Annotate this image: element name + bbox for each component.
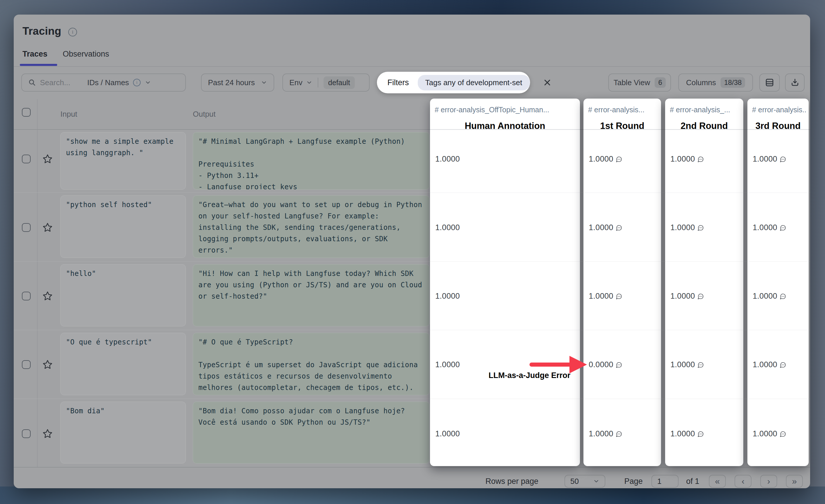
star-icon[interactable] bbox=[42, 428, 53, 439]
comment-icon[interactable] bbox=[780, 362, 786, 368]
score-value: 1.0000 bbox=[435, 360, 460, 369]
search-box[interactable]: Search... IDs / Names i bbox=[21, 74, 186, 92]
chevrons-right-icon: » bbox=[792, 476, 797, 486]
row-divider bbox=[665, 261, 743, 262]
comment-icon[interactable] bbox=[697, 225, 704, 231]
env-label: Env bbox=[289, 78, 303, 87]
env-select[interactable]: Env default bbox=[282, 74, 370, 92]
star-icon[interactable] bbox=[42, 154, 53, 164]
info-icon[interactable]: i bbox=[133, 79, 141, 86]
page-number-input[interactable]: 1 bbox=[652, 475, 679, 488]
output-cell[interactable]: "# O que é TypeScript? TypeScript é um s… bbox=[193, 333, 430, 395]
output-cell[interactable]: "# Minimal LangGraph + Langfuse example … bbox=[193, 132, 430, 189]
columns-button[interactable]: Columns 18/38 bbox=[678, 74, 753, 92]
row-divider bbox=[430, 399, 580, 399]
star-icon[interactable] bbox=[42, 291, 53, 301]
score-column-header[interactable]: # error-analysis... bbox=[588, 105, 659, 114]
select-all-checkbox[interactable] bbox=[22, 108, 30, 117]
comment-icon[interactable] bbox=[697, 362, 704, 368]
chevron-left-icon: ‹ bbox=[742, 476, 745, 486]
row-divider bbox=[747, 192, 809, 193]
comment-icon[interactable] bbox=[616, 362, 622, 368]
comment-icon[interactable] bbox=[616, 156, 622, 162]
page-total-label: of 1 bbox=[686, 475, 699, 488]
time-range-select[interactable]: Past 24 hours bbox=[201, 74, 274, 92]
comment-icon[interactable] bbox=[780, 431, 786, 437]
chevron-down-icon bbox=[306, 79, 312, 86]
annotation-label: Human Annotation bbox=[430, 121, 580, 131]
score-column-2nd-round: # error-analysis_... 2nd Round 1.0000 1.… bbox=[665, 99, 743, 466]
row-checkbox[interactable] bbox=[22, 429, 30, 438]
row-divider bbox=[430, 330, 580, 330]
row-checkbox[interactable] bbox=[22, 223, 30, 232]
score-value: 1.0000 bbox=[435, 429, 460, 438]
tab-traces[interactable]: Traces bbox=[22, 50, 48, 59]
export-button[interactable] bbox=[785, 74, 805, 92]
row-height-button[interactable] bbox=[759, 74, 780, 92]
score-value: 1.0000 bbox=[753, 292, 786, 301]
info-icon[interactable]: i bbox=[68, 28, 77, 36]
chevron-right-icon: › bbox=[767, 476, 770, 486]
output-cell[interactable]: "Bom dia! Como posso ajudar com o Langfu… bbox=[193, 402, 430, 464]
filter-chip[interactable]: Tags any of development-set bbox=[418, 75, 530, 90]
input-cell[interactable]: "Bom dia" bbox=[60, 402, 186, 464]
tab-observations[interactable]: Observations bbox=[63, 50, 109, 59]
comment-icon[interactable] bbox=[697, 156, 704, 162]
row-divider bbox=[584, 399, 661, 399]
columns-count-badge: 18/38 bbox=[721, 77, 745, 88]
score-column-header[interactable]: # error-analysis_OffTopic_Human... bbox=[435, 105, 578, 114]
page-label: Page bbox=[624, 475, 643, 488]
score-value: 1.0000 bbox=[670, 155, 704, 164]
column-header-input[interactable]: Input bbox=[60, 110, 77, 119]
score-value: 1.0000 bbox=[670, 429, 704, 438]
table-view-button[interactable]: Table View 6 bbox=[608, 74, 671, 92]
score-value: 1.0000 bbox=[589, 292, 622, 301]
row-divider bbox=[665, 192, 743, 193]
output-cell[interactable]: "Great—what do you want to set up or deb… bbox=[193, 195, 430, 258]
score-value: 1.0000 bbox=[589, 223, 622, 232]
page-number-value: 1 bbox=[657, 477, 661, 486]
comment-icon[interactable] bbox=[780, 156, 786, 162]
comment-icon[interactable] bbox=[697, 431, 704, 437]
comment-icon[interactable] bbox=[616, 431, 622, 437]
clear-filters-button[interactable] bbox=[539, 74, 555, 92]
search-mode-select[interactable]: IDs / Names bbox=[87, 78, 129, 87]
row-divider bbox=[584, 330, 661, 330]
comment-icon[interactable] bbox=[616, 293, 622, 300]
score-value: 1.0000 bbox=[753, 155, 786, 164]
row-checkbox[interactable] bbox=[22, 292, 30, 301]
comment-icon[interactable] bbox=[780, 293, 786, 300]
page-title: Tracing bbox=[22, 25, 61, 37]
star-icon[interactable] bbox=[42, 359, 53, 370]
row-divider bbox=[747, 399, 809, 399]
input-cell[interactable]: "python self hosted" bbox=[60, 195, 186, 258]
row-checkbox[interactable] bbox=[22, 360, 30, 369]
search-input[interactable]: Search... bbox=[40, 78, 70, 87]
input-cell[interactable]: "show me a simple example using langgrap… bbox=[60, 132, 186, 189]
row-divider bbox=[430, 192, 580, 193]
score-column-header[interactable]: # error-analysis_... bbox=[670, 105, 741, 114]
row-divider bbox=[665, 330, 743, 330]
filters-button[interactable]: Filters Tags any of development-set bbox=[377, 72, 530, 93]
previous-page-button[interactable]: ‹ bbox=[735, 475, 751, 488]
download-icon bbox=[790, 78, 800, 87]
last-page-button[interactable]: » bbox=[786, 475, 803, 488]
output-cell[interactable]: "Hi! How can I help with Langfuse today?… bbox=[193, 264, 430, 326]
env-value-badge: default bbox=[323, 76, 355, 89]
tracing-window: Tracing i Traces Observations Search... … bbox=[14, 15, 810, 488]
next-page-button[interactable]: › bbox=[760, 475, 777, 488]
input-cell[interactable]: "O que é typescript" bbox=[60, 333, 186, 395]
time-range-value: Past 24 hours bbox=[208, 78, 255, 87]
score-value: 1.0000 bbox=[753, 360, 786, 369]
input-cell[interactable]: "hello" bbox=[60, 264, 186, 326]
comment-icon[interactable] bbox=[780, 225, 786, 231]
star-icon[interactable] bbox=[42, 222, 53, 233]
annotation-label: 1st Round bbox=[584, 121, 661, 131]
first-page-button[interactable]: « bbox=[709, 475, 726, 488]
score-column-header[interactable]: # error-analysis... bbox=[752, 105, 806, 114]
comment-icon[interactable] bbox=[697, 293, 704, 300]
rows-per-page-select[interactable]: 50 bbox=[565, 475, 605, 488]
row-checkbox[interactable] bbox=[22, 155, 30, 163]
comment-icon[interactable] bbox=[616, 225, 622, 231]
column-header-output[interactable]: Output bbox=[193, 110, 216, 119]
